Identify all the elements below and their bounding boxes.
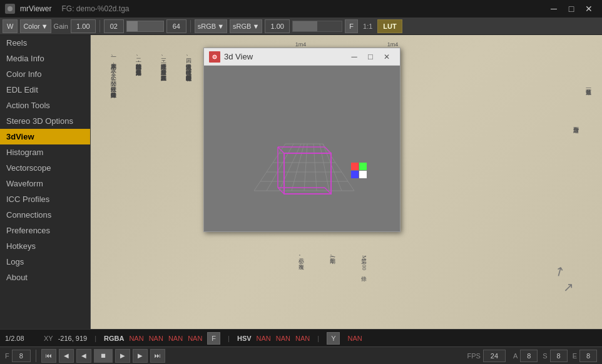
- y-toggle-btn[interactable]: Y: [327, 332, 340, 345]
- window-minimize-btn[interactable]: ─: [346, 50, 362, 64]
- svg-rect-28: [351, 163, 359, 170]
- content-area: 1m4 1m4 一、基本原則：公平、公正、公開。依法行政，保障公民合法權益。 二…: [91, 35, 602, 329]
- rgba-nan: NAN: [129, 335, 143, 342]
- doc-text-col3: 三、維護社會穩定，促進和諧發展，保護人民群眾利益。: [160, 54, 168, 291]
- svg-point-1: [8, 6, 13, 11]
- a-input[interactable]: [520, 350, 538, 362]
- separator: [99, 20, 100, 33]
- lut-button[interactable]: LUT: [377, 19, 402, 33]
- doc-text-bottom1: 公示。每次。: [297, 254, 305, 265]
- svg-point-3: [213, 55, 217, 59]
- sidebar-item-preferences[interactable]: Preferences: [0, 223, 90, 238]
- exposure-input[interactable]: [265, 19, 290, 33]
- app-name: mrViewer: [20, 4, 51, 13]
- close-button[interactable]: ✕: [581, 3, 597, 15]
- window-controls: ─ □ ✕: [546, 3, 597, 15]
- sidebar: Reels Media Info Color Info EDL Edit Act…: [0, 35, 91, 329]
- play-fwd-btn[interactable]: ▶: [115, 349, 130, 363]
- nan3: NAN: [188, 335, 202, 342]
- doc-text-bottom3: 第 M.100 條: [360, 254, 368, 271]
- frame-number-input[interactable]: [12, 350, 31, 362]
- fps-input[interactable]: [483, 350, 506, 362]
- window-3dview-controls: ─ □ ✕: [346, 50, 395, 64]
- color-dropdown[interactable]: Color ▼: [20, 19, 51, 33]
- xy-value: -216, 919: [58, 335, 87, 342]
- frame-start-input[interactable]: [104, 19, 124, 33]
- doc-header-left: 1m4: [295, 41, 307, 48]
- svg-rect-4: [204, 66, 400, 231]
- titlebar: mrViewer FG: demo-%02d.tga ─ □ ✕: [0, 0, 602, 18]
- sidebar-item-hotkeys[interactable]: Hotkeys: [0, 238, 90, 254]
- main-layout: Reels Media Info Color Info EDL Edit Act…: [0, 35, 602, 329]
- xy-label: XY: [44, 335, 53, 342]
- window-titlebar-left: 3d View: [209, 51, 253, 63]
- window-3dview-content: [204, 66, 400, 231]
- svg-rect-29: [359, 163, 367, 170]
- separator2: [190, 20, 191, 33]
- sidebar-item-stereo-3d-options[interactable]: Stereo 3D Options: [0, 113, 90, 129]
- info-bar: 1/2.08 XY -216, 919 | RGBA NAN NAN NAN N…: [0, 329, 602, 346]
- nan2: NAN: [168, 335, 183, 342]
- prev-frame-btn[interactable]: ◀: [59, 349, 74, 363]
- sidebar-item-action-tools[interactable]: Action Tools: [0, 98, 90, 113]
- sidebar-item-waveform[interactable]: Waveform: [0, 176, 90, 191]
- app-subtitle: FG: demo-%02d.tga: [61, 4, 129, 13]
- s-label: S: [543, 352, 547, 360]
- viewer-background[interactable]: 1m4 1m4 一、基本原則：公平、公正、公開。依法行政，保障公民合法權益。 二…: [91, 35, 602, 329]
- doc-header-right: 1m4: [387, 41, 399, 48]
- app-icon: [5, 4, 15, 14]
- fps-label: FPS: [467, 352, 481, 360]
- a-label: A: [513, 352, 518, 360]
- exposure-slider[interactable]: [292, 21, 342, 32]
- sidebar-item-3dview[interactable]: 3dView: [0, 129, 90, 144]
- f-button[interactable]: F: [345, 19, 358, 33]
- prev-first-btn[interactable]: ⏮: [41, 349, 56, 363]
- frame-end-input[interactable]: [166, 19, 186, 33]
- doc-text-bottom2: 期（一）年。: [329, 254, 337, 260]
- hsv-nan1: NAN: [257, 335, 271, 342]
- sidebar-item-histogram[interactable]: Histogram: [0, 144, 90, 160]
- y-nan: NAN: [347, 335, 362, 342]
- e-label: E: [573, 352, 577, 360]
- sidebar-item-logs[interactable]: Logs: [0, 254, 90, 270]
- sidebar-item-color-info[interactable]: Color Info: [0, 66, 90, 82]
- rgba-label: RGBA: [104, 335, 124, 342]
- nan1: NAN: [149, 335, 163, 342]
- window-3dview-titlebar: 3d View ─ □ ✕: [204, 48, 400, 66]
- window-3dview: 3d View ─ □ ✕: [203, 48, 400, 232]
- gain-input[interactable]: [71, 19, 96, 33]
- transport-sep1: [36, 350, 36, 362]
- maximize-button[interactable]: □: [563, 3, 579, 15]
- sidebar-item-reels[interactable]: Reels: [0, 35, 90, 51]
- window-maximize-btn[interactable]: □: [362, 50, 379, 64]
- window-3dview-title: 3d View: [224, 52, 253, 61]
- titlebar-left: mrViewer FG: demo-%02d.tga: [5, 4, 130, 14]
- sidebar-item-media-info[interactable]: Media Info: [0, 51, 90, 66]
- sidebar-item-about[interactable]: About: [0, 270, 90, 285]
- channel-button[interactable]: W: [3, 19, 18, 33]
- s-input[interactable]: [550, 350, 568, 362]
- sep2: |: [228, 335, 230, 342]
- e-input[interactable]: [579, 350, 597, 362]
- window-close-btn[interactable]: ✕: [379, 50, 395, 64]
- svg-rect-30: [351, 171, 359, 178]
- play-back-btn[interactable]: ◀: [76, 349, 91, 363]
- sidebar-item-icc-profiles[interactable]: ICC Profiles: [0, 191, 90, 207]
- minimize-button[interactable]: ─: [546, 3, 562, 15]
- frame-slider[interactable]: [126, 21, 164, 32]
- stop-btn[interactable]: ⏹: [94, 349, 113, 363]
- sidebar-item-vectorscope[interactable]: Vectorscope: [0, 160, 90, 176]
- f-toggle-btn[interactable]: F: [207, 332, 220, 345]
- colorspace1-dropdown[interactable]: sRGB ▼: [195, 19, 227, 33]
- colorspace2-dropdown[interactable]: sRGB ▼: [230, 19, 262, 33]
- next-last-btn[interactable]: ⏭: [150, 349, 165, 363]
- gain-label: Gain: [54, 23, 68, 30]
- sidebar-item-edl-edit[interactable]: EDL Edit: [0, 82, 90, 98]
- sidebar-item-connections[interactable]: Connections: [0, 207, 90, 223]
- hsv-nan3: NAN: [295, 335, 310, 342]
- next-frame-btn[interactable]: ▶: [133, 349, 148, 363]
- timecode: 1/2.08: [5, 335, 36, 342]
- transport-bar: F ⏮ ◀ ◀ ⏹ ▶ ▶ ⏭ FPS A S E: [0, 346, 602, 364]
- doc-text-col4: 四、依照法定職責，正確行使職權，嚴禁濫用職權侵害公民利益。: [185, 54, 193, 291]
- doc-text-col2: 二、嚴格執行相關法律法規，不得違反規定程序處理案件。: [135, 54, 143, 291]
